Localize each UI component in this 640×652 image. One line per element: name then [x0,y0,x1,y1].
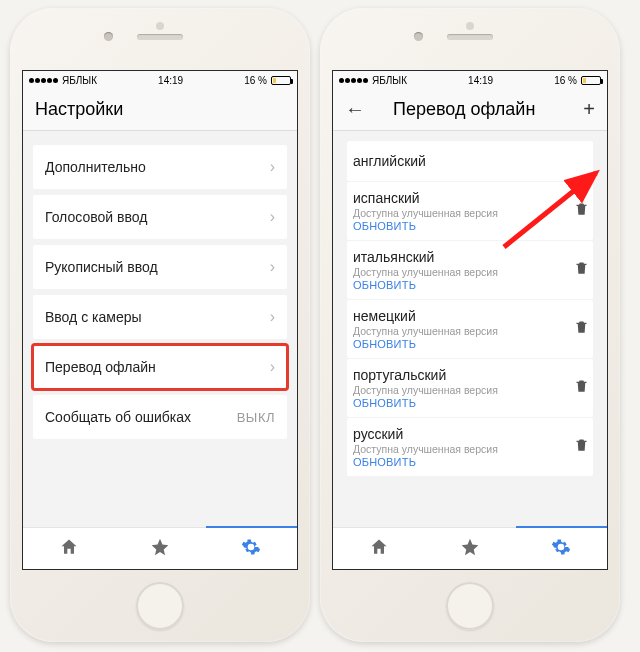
chevron-right-icon: › [270,308,275,326]
carrier-label: ЯБЛЫК [372,75,407,86]
clock: 14:19 [468,75,493,86]
page-title: Настройки [35,99,285,120]
home-icon[interactable] [59,537,79,561]
bottom-nav [333,527,607,569]
row-label: Дополнительно [45,159,146,175]
lang-subtitle: Доступна улучшенная версия [353,207,498,219]
star-icon[interactable] [460,537,480,561]
chevron-right-icon: › [270,158,275,176]
status-bar: ЯБЛЫК 14:19 16 % [23,71,297,89]
lang-row-english[interactable]: английский [347,141,593,181]
update-link[interactable]: ОБНОВИТЬ [353,456,498,468]
lang-name: испанский [353,190,498,206]
lang-row-spanish[interactable]: испанский Доступна улучшенная версия ОБН… [347,182,593,240]
gear-icon[interactable] [241,537,261,561]
lang-name: итальянский [353,249,498,265]
row-report-errors[interactable]: Сообщать об ошибках ВЫКЛ [33,395,287,439]
lang-subtitle: Доступна улучшенная версия [353,325,498,337]
phone-left: ЯБЛЫК 14:19 16 % Настройки Дополнительно… [10,8,310,642]
row-additional[interactable]: Дополнительно › [33,145,287,189]
home-button[interactable] [446,582,494,630]
lang-name: немецкий [353,308,498,324]
signal-icon [29,78,58,83]
lang-subtitle: Доступна улучшенная версия [353,384,498,396]
trash-icon[interactable] [574,319,589,339]
signal-icon [339,78,368,83]
row-label: Голосовой ввод [45,209,147,225]
chevron-right-icon: › [270,258,275,276]
update-link[interactable]: ОБНОВИТЬ [353,338,498,350]
gear-icon[interactable] [551,537,571,561]
lang-name: английский [353,153,426,169]
trash-icon[interactable] [574,201,589,221]
lang-subtitle: Доступна улучшенная версия [353,266,498,278]
chevron-right-icon: › [270,358,275,376]
toggle-state: ВЫКЛ [237,410,275,425]
row-label: Перевод офлайн [45,359,156,375]
lang-name: русский [353,426,498,442]
lang-row-italian[interactable]: итальянский Доступна улучшенная версия О… [347,241,593,299]
row-label: Сообщать об ошибках [45,409,191,425]
page-title: Перевод офлайн [379,99,569,120]
bottom-nav [23,527,297,569]
lang-row-german[interactable]: немецкий Доступна улучшенная версия ОБНО… [347,300,593,358]
add-icon[interactable]: + [583,98,595,121]
carrier-label: ЯБЛЫК [62,75,97,86]
lang-name: португальский [353,367,498,383]
header: ← Перевод офлайн + [333,89,607,131]
status-bar: ЯБЛЫК 14:19 16 % [333,71,607,89]
phone-right: ЯБЛЫК 14:19 16 % ← Перевод офлайн + англ… [320,8,620,642]
battery-percent: 16 % [554,75,577,86]
trash-icon[interactable] [574,260,589,280]
update-link[interactable]: ОБНОВИТЬ [353,279,498,291]
trash-icon[interactable] [574,378,589,398]
header: Настройки [23,89,297,131]
star-icon[interactable] [150,537,170,561]
home-icon[interactable] [369,537,389,561]
trash-icon[interactable] [574,437,589,457]
chevron-right-icon: › [270,208,275,226]
home-button[interactable] [136,582,184,630]
lang-row-russian[interactable]: русский Доступна улучшенная версия ОБНОВ… [347,418,593,476]
lang-row-portuguese[interactable]: португальский Доступна улучшенная версия… [347,359,593,417]
row-handwriting-input[interactable]: Рукописный ввод › [33,245,287,289]
row-camera-input[interactable]: Ввод с камеры › [33,295,287,339]
row-offline-translation[interactable]: Перевод офлайн › [33,345,287,389]
battery-icon [581,76,601,85]
back-icon[interactable]: ← [345,98,365,121]
row-label: Рукописный ввод [45,259,158,275]
update-link[interactable]: ОБНОВИТЬ [353,220,498,232]
battery-percent: 16 % [244,75,267,86]
row-voice-input[interactable]: Голосовой ввод › [33,195,287,239]
battery-icon [271,76,291,85]
lang-subtitle: Доступна улучшенная версия [353,443,498,455]
clock: 14:19 [158,75,183,86]
row-label: Ввод с камеры [45,309,142,325]
update-link[interactable]: ОБНОВИТЬ [353,397,498,409]
